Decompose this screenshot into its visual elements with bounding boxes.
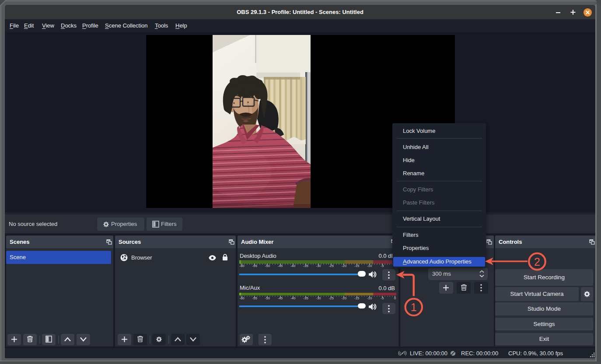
svg-text:2: 2	[534, 256, 540, 268]
svg-text:1: 1	[411, 301, 417, 313]
